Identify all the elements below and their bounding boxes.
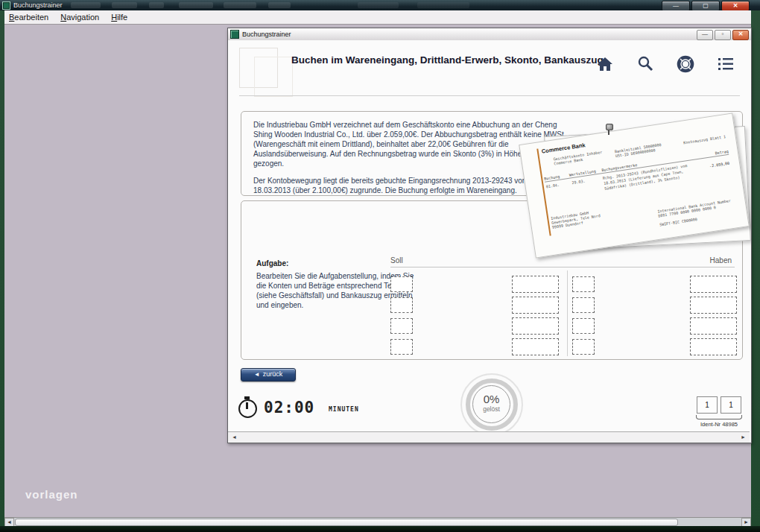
maximize-button[interactable]: ▢ [691, 1, 720, 11]
page-title: Buchen im Wareneingang, Drittland-Erwerb… [291, 54, 612, 67]
inner-horizontal-scrollbar[interactable]: ◄ ► [228, 431, 750, 443]
progress-label: gelöst [473, 405, 510, 413]
watermark-text: vorlagen [25, 488, 78, 501]
back-button[interactable]: ◄zurück [241, 368, 296, 381]
soll-account-input[interactable] [390, 276, 413, 292]
soll-account-input[interactable] [390, 297, 413, 313]
haben-account-input[interactable] [572, 297, 595, 313]
statement-row-date2: 29.03. [571, 179, 586, 186]
help-lifering-icon[interactable] [677, 55, 694, 73]
menu-navigation[interactable]: Navigation [60, 13, 99, 22]
soll-amount-input[interactable] [512, 297, 559, 314]
haben-column-label: Haben [710, 256, 732, 265]
soll-account-input[interactable] [390, 318, 413, 334]
outer-window-title: Buchungstrainer [13, 0, 63, 10]
outer-window-controls: — ▢ ✕ [662, 1, 750, 11]
statement-sheet: Kontoauszug Blatt 1 [683, 134, 726, 145]
soll-column-label: Soll [390, 256, 403, 265]
soll-haben-divider [567, 270, 568, 356]
case-text: Die Industriebau GmbH verzeichnet auf de… [253, 120, 566, 203]
inner-window-controls: — ▫ ✕ [697, 30, 749, 40]
soll-amount-input[interactable] [512, 338, 559, 355]
desktop: Buchungstrainer — ▢ ✕ Bearbeiten Navigat… [0, 0, 760, 532]
timer-value: 02:00 [264, 399, 314, 417]
menubar: Bearbeiten Navigation Hilfe [4, 10, 751, 25]
task-label: Aufgabe: [256, 259, 288, 267]
ident-label: Ident-Nr 48985 [696, 421, 742, 428]
haben-account-input[interactable] [572, 339, 595, 355]
ghost-block [149, 2, 164, 8]
ident-bracket [696, 415, 742, 419]
inner-minimize-button[interactable]: — [697, 30, 713, 40]
inner-titlebar[interactable]: Buchungstrainer — ▫ ✕ [228, 28, 751, 41]
pushpin-icon [605, 124, 612, 136]
inner-window-title: Buchungstrainer [242, 31, 291, 38]
back-arrow-icon: ◄ [254, 369, 260, 380]
close-button[interactable]: ✕ [721, 1, 750, 11]
outer-titlebar[interactable]: Buchungstrainer — ▢ ✕ [0, 0, 760, 10]
statement-margin-line [536, 148, 551, 235]
haben-amount-input[interactable] [690, 276, 737, 293]
haben-account-input[interactable] [572, 318, 595, 334]
progress-percent: 0% [473, 393, 510, 405]
soll-amount-input[interactable] [512, 276, 559, 293]
menu-hilfe-rest: ilfe [117, 13, 127, 22]
col-wertstellung: Wertstellung [569, 168, 601, 177]
soll-amount-input[interactable] [512, 317, 559, 335]
col-buchung: Buchung [544, 173, 570, 181]
ghost-block [268, 2, 291, 8]
buchungstrainer-window: Buchungstrainer — ▫ ✕ Buchen im Warenein… [227, 28, 752, 443]
scroll-right-icon[interactable]: ► [741, 433, 746, 442]
menu-hilfe[interactable]: Hilfe [111, 13, 127, 22]
progress-ring-mid: 0% gelöst [466, 379, 518, 431]
statement-swift: SWIFT-BIC CB00000 [659, 217, 698, 227]
pushpin-stem [608, 130, 609, 135]
inner-body: Buchen im Wareneingang, Drittland-Erwerb… [228, 40, 751, 432]
header-nav-icons [596, 55, 735, 73]
logo-shape [254, 57, 293, 97]
haben-account-input[interactable] [572, 276, 595, 292]
ghost-block [71, 2, 101, 8]
haben-amount-input[interactable] [690, 297, 737, 314]
home-icon[interactable] [596, 56, 614, 72]
inner-maximize-button[interactable]: ▫ [715, 30, 731, 40]
statement-row-date1: 01.04. [545, 183, 560, 190]
ghost-block [179, 2, 213, 8]
progress-ring-inner: 0% gelöst [472, 385, 510, 423]
pushpin-head [606, 124, 613, 130]
ident-box-1[interactable]: 1 [697, 396, 718, 414]
ghost-block [112, 2, 137, 8]
ident-widget: 1 1 Ident-Nr 48985 [696, 396, 742, 428]
timer-unit: MINUTEN [329, 406, 359, 413]
ghost-block [224, 2, 256, 8]
statement-row-amount: -2.059,00 [709, 161, 730, 169]
back-button-label: zurück [263, 370, 283, 378]
menu-navigation-rest: avigation [66, 13, 99, 22]
menu-bearbeiten[interactable]: Bearbeiten [9, 13, 48, 22]
index-list-icon[interactable] [717, 56, 735, 72]
haben-amount-input[interactable] [690, 317, 737, 335]
haben-amount-input[interactable] [690, 338, 737, 355]
taskbar-strip [0, 526, 760, 532]
inner-close-button[interactable]: ✕ [732, 30, 749, 40]
ghost-block [358, 2, 399, 8]
minimize-button[interactable]: — [662, 1, 690, 11]
outer-scroll-thumb[interactable] [15, 519, 678, 526]
soll-account-input[interactable] [390, 339, 413, 355]
case-paragraph-2: Der Kontobewegung liegt die bereits gebu… [253, 176, 566, 195]
app-icon [2, 1, 10, 10]
inner-app-icon [230, 30, 239, 39]
menu-bearbeiten-rest: earbeiten [14, 13, 48, 22]
search-icon[interactable] [636, 55, 654, 73]
header-divider [239, 95, 740, 96]
progress-ring: 0% gelöst [460, 373, 523, 432]
scroll-left-icon[interactable]: ◄ [232, 433, 237, 442]
ghost-block [417, 2, 469, 8]
ident-box-2[interactable]: 1 [721, 396, 741, 414]
col-betrag: Betrag [715, 149, 729, 156]
stopwatch-icon [238, 399, 257, 418]
soll-haben-rule [390, 267, 735, 267]
